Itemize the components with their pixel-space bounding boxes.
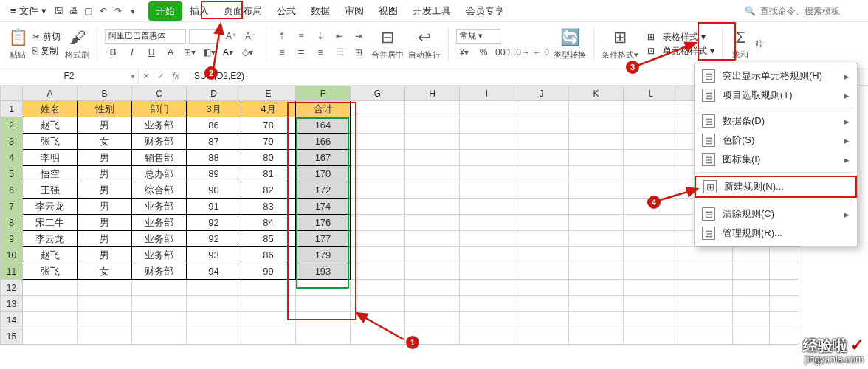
cell[interactable] xyxy=(460,312,514,328)
cell[interactable]: 86 xyxy=(241,247,296,263)
cell[interactable]: 合计 xyxy=(296,101,351,117)
row-header[interactable]: 7 xyxy=(1,199,23,215)
cell[interactable] xyxy=(569,150,624,166)
currency-button[interactable]: ¥▾ xyxy=(456,45,472,60)
dec-inc-button[interactable]: .0→ xyxy=(514,45,530,60)
command-search[interactable]: 🔍 xyxy=(745,5,862,17)
cell-style-button[interactable]: ⊡ 单元格样式▾ xyxy=(647,45,714,58)
column-header[interactable]: J xyxy=(514,86,569,101)
cell[interactable] xyxy=(460,215,514,231)
cell[interactable] xyxy=(460,296,514,312)
copy-button[interactable]: ⎘复制 xyxy=(32,45,61,58)
cell[interactable] xyxy=(678,328,733,345)
border-button[interactable]: ⊞▾ xyxy=(182,45,198,60)
cell[interactable] xyxy=(405,280,460,296)
grid-table[interactable]: ABCDEFGHIJKLMNP1姓名性别部门3月4月合计2赵飞男业务部86781… xyxy=(0,86,799,345)
indent-dec-button[interactable]: ⇤ xyxy=(331,29,348,44)
row-header[interactable]: 15 xyxy=(1,328,23,345)
cf-menu-item[interactable]: ⊞清除规则(C)▸ xyxy=(695,204,857,224)
qat-preview-icon[interactable]: ▢ xyxy=(82,4,95,18)
cell[interactable] xyxy=(514,328,569,345)
cell[interactable] xyxy=(405,117,460,134)
cell[interactable]: 78 xyxy=(241,117,296,134)
cell[interactable] xyxy=(514,166,569,182)
cell[interactable] xyxy=(78,312,132,328)
cell[interactable]: 男 xyxy=(78,150,132,166)
cell[interactable] xyxy=(514,296,569,312)
cell[interactable] xyxy=(569,328,624,345)
qat-redo-icon[interactable]: ↷ xyxy=(111,4,125,18)
cell[interactable]: 174 xyxy=(296,199,351,215)
cell[interactable] xyxy=(514,231,569,247)
cell[interactable] xyxy=(678,312,733,328)
tab-insert[interactable]: 插入 xyxy=(182,1,216,21)
cell[interactable]: 李云龙 xyxy=(23,199,78,215)
name-box[interactable]: F2 ▾ xyxy=(0,66,139,85)
font-color-button[interactable]: A▾ xyxy=(220,45,236,60)
cell[interactable] xyxy=(569,199,624,215)
cell[interactable] xyxy=(351,280,405,296)
cell[interactable]: 男 xyxy=(78,117,132,134)
cell[interactable] xyxy=(460,166,514,182)
cell[interactable] xyxy=(514,312,569,328)
align-middle-button[interactable]: ≡ xyxy=(293,29,309,44)
cell[interactable]: 99 xyxy=(241,263,296,280)
cell[interactable]: 综合部 xyxy=(132,182,187,199)
cell[interactable] xyxy=(770,312,799,328)
cell[interactable]: 销售部 xyxy=(132,150,187,166)
qat-undo-icon[interactable]: ↶ xyxy=(97,4,110,18)
cell[interactable] xyxy=(569,280,624,296)
cell[interactable]: 179 xyxy=(296,247,351,263)
cell[interactable] xyxy=(514,101,569,117)
align-top-button[interactable]: ⇡ xyxy=(274,29,290,44)
cell[interactable]: 172 xyxy=(296,182,351,199)
row-header[interactable]: 9 xyxy=(1,231,23,247)
cell[interactable]: 女 xyxy=(78,263,132,280)
column-header[interactable]: C xyxy=(132,86,187,101)
tab-view[interactable]: 视图 xyxy=(371,1,405,21)
percent-button[interactable]: % xyxy=(475,45,492,60)
comma-button[interactable]: 000 xyxy=(495,45,511,60)
tab-formula[interactable]: 公式 xyxy=(269,1,303,21)
cell[interactable]: 83 xyxy=(241,199,296,215)
cell[interactable]: 总办部 xyxy=(132,166,187,182)
cell[interactable] xyxy=(514,247,569,263)
cell[interactable] xyxy=(78,328,132,345)
column-header[interactable]: I xyxy=(460,86,514,101)
chevron-down-icon[interactable]: ▾ xyxy=(131,71,135,81)
paste-group[interactable]: 📋 粘贴 xyxy=(7,27,28,61)
cell[interactable]: 李云龙 xyxy=(23,231,78,247)
cell[interactable]: 部门 xyxy=(132,101,187,117)
tab-data[interactable]: 数据 xyxy=(303,1,337,21)
select-all-corner[interactable] xyxy=(1,86,23,101)
cut-button[interactable]: ✂剪切 xyxy=(32,31,61,44)
row-header[interactable]: 11 xyxy=(1,263,23,280)
search-input[interactable] xyxy=(759,5,862,17)
cell[interactable] xyxy=(296,328,351,345)
table-style-button[interactable]: ⊞ 表格样式▾ xyxy=(647,31,714,44)
cell[interactable]: 90 xyxy=(187,182,241,199)
cell[interactable] xyxy=(569,231,624,247)
cf-menu-item[interactable]: ⊞项目选取规则(T)▸ xyxy=(695,86,857,105)
align-bottom-button[interactable]: ⇣ xyxy=(312,29,328,44)
cell[interactable] xyxy=(514,280,569,296)
cell[interactable]: 女 xyxy=(78,134,132,150)
cell[interactable] xyxy=(351,150,405,166)
cell[interactable]: 166 xyxy=(296,134,351,150)
cell[interactable] xyxy=(132,328,187,345)
cell[interactable] xyxy=(569,263,624,280)
underline-button[interactable]: U xyxy=(143,45,159,60)
cf-menu-item[interactable]: ⊞色阶(S)▸ xyxy=(695,131,857,150)
column-header[interactable]: A xyxy=(23,86,78,101)
cell[interactable]: 王强 xyxy=(23,182,78,199)
cell[interactable] xyxy=(241,312,296,328)
cell[interactable] xyxy=(678,296,733,312)
format-painter-button[interactable]: 🖌 格式刷 xyxy=(65,27,89,61)
cell[interactable]: 80 xyxy=(241,150,296,166)
cell[interactable] xyxy=(733,312,770,328)
cell[interactable] xyxy=(569,215,624,231)
cell[interactable] xyxy=(770,280,799,296)
cell[interactable] xyxy=(624,328,678,345)
decrease-font-button[interactable]: A⁻ xyxy=(242,29,258,44)
cell[interactable]: 92 xyxy=(187,215,241,231)
